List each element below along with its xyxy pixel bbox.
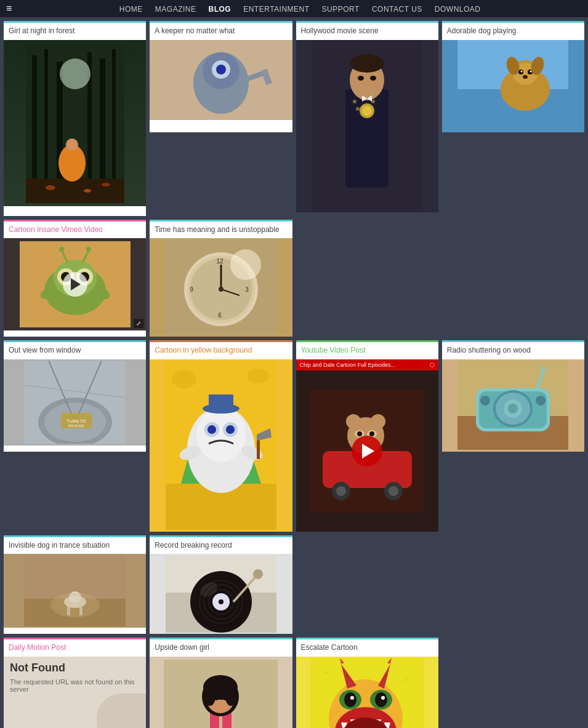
svg-point-84 xyxy=(247,369,269,383)
card-radio: Radio shuttering on wood xyxy=(442,340,584,452)
row-4: Invisible dog in trance situation xyxy=(4,535,584,634)
card-img-upside-girl xyxy=(150,657,292,728)
row-1: Girl at night in forest xyxy=(4,21,584,216)
svg-point-29 xyxy=(350,54,384,73)
svg-rect-6 xyxy=(112,49,116,197)
not-found-text: The requested URL was not found on this … xyxy=(10,678,140,693)
svg-point-27 xyxy=(356,107,360,111)
card-title-hollywood: Hollywood movie scene xyxy=(296,21,438,40)
escalate-illustration: ✦ ✦ ✦ ✦ xyxy=(310,658,424,728)
card-title-record: Record breaking record xyxy=(150,535,292,554)
svg-text:6: 6 xyxy=(218,312,222,319)
card-title-invisible-dog: Invisible dog in trance situation xyxy=(4,535,146,554)
svg-point-23 xyxy=(353,100,356,103)
dog-illustration xyxy=(457,40,568,132)
main-grid: Girl at night in forest xyxy=(0,17,588,728)
card-hollywood: Hollywood movie scene xyxy=(296,21,438,212)
svg-text:✦: ✦ xyxy=(403,676,409,684)
card-girl-forest: Girl at night in forest xyxy=(4,21,146,216)
nav-blog[interactable]: BLOG xyxy=(209,5,232,14)
svg-point-146 xyxy=(253,569,263,579)
card-escalate-cartoon: Escalate Cartoon ✦ ✦ ✦ ✦ xyxy=(296,638,438,728)
svg-point-35 xyxy=(362,106,372,116)
share-icon[interactable]: ⬡ xyxy=(430,362,435,368)
nav-entertainment[interactable]: ENTERTAINMENT xyxy=(243,5,309,14)
nav-home[interactable]: HOME xyxy=(119,5,143,14)
svg-point-115 xyxy=(371,414,385,429)
card-img-yellow-cartoon xyxy=(150,359,292,532)
svg-point-187 xyxy=(344,692,356,707)
card-youtube: Youtube Video Post Chip and Dale Cartoon… xyxy=(296,340,438,532)
svg-text:12: 12 xyxy=(216,258,224,265)
svg-point-190 xyxy=(381,696,385,700)
upside-girl-illustration xyxy=(164,660,278,728)
svg-text:✦: ✦ xyxy=(323,668,331,678)
card-img-daily-motion: Not Found The requested URL was not foun… xyxy=(4,657,146,728)
svg-point-160 xyxy=(225,681,237,706)
svg-rect-1 xyxy=(32,55,37,178)
svg-point-91 xyxy=(196,407,246,462)
card-out-window: Out view from window TURN TO PICKLES xyxy=(4,340,146,452)
card-img-invisible-dog xyxy=(4,554,146,628)
svg-point-56 xyxy=(59,247,64,252)
not-found-title: Not Found xyxy=(10,662,65,674)
nav-magazine[interactable]: MAGAZINE xyxy=(155,5,196,14)
navbar: ≡ HOME MAGAZINE BLOG ENTERTAINMENT SUPPO… xyxy=(0,0,588,17)
nav-contact[interactable]: CONTACT US xyxy=(372,5,422,14)
svg-point-44 xyxy=(530,70,532,72)
svg-text:9: 9 xyxy=(190,286,193,293)
svg-point-43 xyxy=(521,70,523,72)
card-img-keeper xyxy=(150,40,292,120)
card-upside-girl: Upside down girl xyxy=(150,638,292,728)
svg-rect-8 xyxy=(26,178,124,203)
card-img-hollywood xyxy=(296,40,438,212)
card-img-escalate: ✦ ✦ ✦ ✦ xyxy=(296,657,438,728)
card-cartoon-vimeo: Cartoon Insane Vimeo Video xyxy=(4,220,146,337)
row-3: ≡ Out view from window TURN TO PICKLES xyxy=(4,340,584,532)
card-img-girl-forest xyxy=(4,40,146,206)
svg-rect-2 xyxy=(44,49,48,191)
card-keeper: A keeper no matter what xyxy=(150,21,292,132)
card-img-out-window: TURN TO PICKLES xyxy=(4,359,146,446)
card-title-upside-girl: Upside down girl xyxy=(150,638,292,657)
svg-point-11 xyxy=(46,185,55,190)
decorative-shape xyxy=(97,694,146,728)
svg-point-127 xyxy=(536,396,546,406)
hollywood-illustration xyxy=(312,40,422,212)
clock-illustration: 12 6 3 9 xyxy=(166,240,276,335)
svg-point-31 xyxy=(370,76,376,81)
svg-point-114 xyxy=(346,414,361,429)
nav-support[interactable]: SUPPORT xyxy=(322,5,360,14)
nav-hamburger-icon[interactable]: ≡ xyxy=(6,3,12,14)
card-title-cartoon-vimeo: Cartoon Insane Vimeo Video xyxy=(4,220,146,239)
card-adorable-dog: Adorable dog playing xyxy=(442,21,584,132)
card-img-record xyxy=(150,554,292,634)
svg-point-159 xyxy=(204,681,216,706)
svg-point-72 xyxy=(230,249,261,280)
svg-point-95 xyxy=(226,425,235,434)
youtube-player-area[interactable] xyxy=(296,370,438,532)
row-2: Cartoon Insane Vimeo Video xyxy=(4,220,584,337)
svg-point-188 xyxy=(375,692,387,707)
svg-point-161 xyxy=(214,697,219,700)
svg-point-134 xyxy=(50,593,100,617)
svg-point-45 xyxy=(523,75,528,79)
svg-point-71 xyxy=(219,287,224,292)
expand-icon[interactable]: ⤢ xyxy=(134,319,143,328)
svg-point-107 xyxy=(389,486,398,496)
youtube-video-title: Chip and Dale Cartoon Full Episodes... xyxy=(300,362,396,368)
svg-point-30 xyxy=(358,76,364,81)
svg-point-10 xyxy=(66,138,78,151)
card-img-radio xyxy=(442,359,584,452)
play-button-vimeo[interactable] xyxy=(63,272,87,297)
card-title-youtube: Youtube Video Post xyxy=(296,340,438,359)
card-title-daily-motion: Daily Motion Post xyxy=(4,638,146,657)
window-illustration: TURN TO PICKLES xyxy=(24,361,126,444)
svg-text:TURN TO: TURN TO xyxy=(67,419,86,423)
nav-download[interactable]: DOWNLOAD xyxy=(435,5,481,14)
card-img-time-meaning: 12 6 3 9 xyxy=(150,238,292,337)
svg-point-126 xyxy=(480,396,490,406)
card-title-keeper: A keeper no matter what xyxy=(150,21,292,40)
play-button-youtube[interactable] xyxy=(352,436,382,466)
svg-point-83 xyxy=(172,370,196,388)
